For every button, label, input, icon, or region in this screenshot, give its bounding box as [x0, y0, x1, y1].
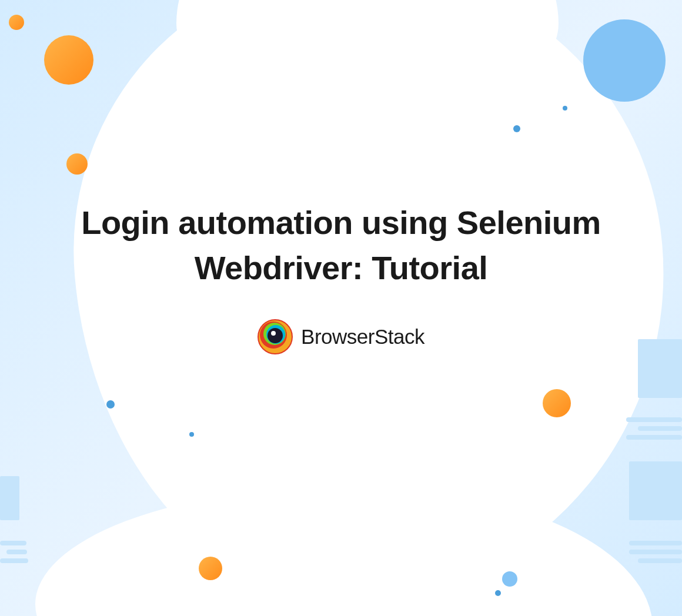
decorative-file: [0, 476, 19, 520]
content-area: Login automation using Selenium Webdrive…: [0, 200, 682, 354]
decorative-line: [629, 550, 682, 554]
decorative-line: [638, 426, 682, 431]
decorative-circle: [563, 106, 567, 111]
decorative-circle: [583, 19, 666, 102]
decorative-file: [629, 461, 682, 520]
decorative-line: [638, 558, 682, 563]
promo-card: Login automation using Selenium Webdrive…: [0, 0, 682, 616]
decorative-circle: [543, 389, 571, 417]
decorative-circle: [502, 571, 517, 587]
article-title: Login automation using Selenium Webdrive…: [0, 200, 682, 291]
decorative-circle: [106, 400, 115, 409]
decorative-circle: [189, 432, 194, 437]
decorative-circle: [66, 153, 88, 175]
decorative-line: [6, 550, 27, 554]
decorative-circle: [9, 15, 24, 30]
decorative-circle: [495, 590, 501, 596]
browserstack-logo-icon: [258, 319, 293, 354]
decorative-line: [626, 417, 682, 422]
decorative-circle: [199, 557, 222, 580]
svg-point-6: [271, 331, 276, 336]
brand-row: BrowserStack: [0, 319, 682, 354]
decorative-line: [629, 541, 682, 545]
decorative-circle: [513, 125, 520, 132]
brand-name: BrowserStack: [301, 325, 424, 349]
decorative-line: [0, 541, 26, 545]
decorative-line: [626, 435, 682, 440]
decorative-line: [0, 558, 28, 563]
svg-point-5: [268, 328, 283, 343]
decorative-circle: [44, 35, 93, 85]
